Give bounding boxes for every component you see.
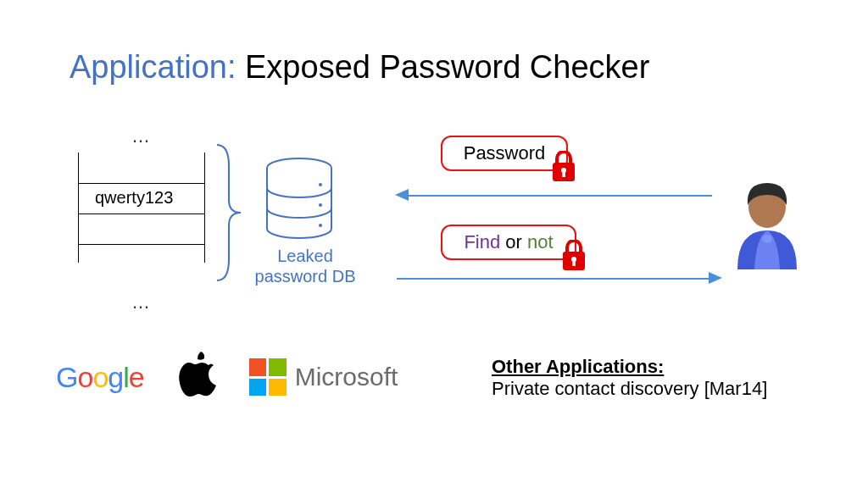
result-find: Find: [464, 231, 500, 252]
result-or: or: [500, 231, 527, 252]
svg-point-11: [762, 235, 772, 243]
other-line1: Private contact discovery [Mar14]: [492, 378, 767, 400]
slide-title: Application: Exposed Password Checker: [70, 49, 649, 86]
result-bubble: Find or not: [441, 225, 576, 260]
lock-icon: [549, 151, 578, 186]
ellipsis-bottom: …: [131, 291, 152, 313]
arrow-to-db: [407, 195, 712, 197]
user-icon: [729, 178, 805, 274]
arrow-to-user: [397, 278, 710, 280]
arrow-head-right-icon: [709, 272, 722, 284]
arrow-head-left-icon: [395, 189, 409, 201]
password-bubble-text: Password: [464, 142, 546, 164]
svg-rect-9: [572, 260, 576, 266]
title-rest: Exposed Password Checker: [236, 49, 649, 85]
apple-logo: [176, 352, 217, 402]
svg-rect-6: [562, 171, 565, 177]
svg-point-3: [319, 224, 322, 227]
result-not: not: [527, 231, 554, 252]
google-logo: Google: [56, 361, 144, 394]
title-prefix: Application:: [70, 49, 236, 85]
database-icon: [263, 158, 336, 246]
microsoft-text: Microsoft: [295, 363, 398, 391]
other-applications: Other Applications: Private contact disc…: [492, 356, 767, 400]
database-label: Leakedpassword DB: [250, 246, 360, 286]
company-logos: Google Microsoft: [56, 352, 398, 402]
password-table: qwerty123: [78, 152, 205, 263]
table-row-password: qwerty123: [95, 188, 173, 208]
ellipsis-top: …: [131, 125, 152, 147]
lock-icon: [559, 240, 588, 275]
microsoft-logo: Microsoft: [249, 358, 398, 396]
microsoft-squares-icon: [249, 358, 287, 396]
svg-point-2: [319, 203, 322, 207]
other-heading: Other Applications:: [492, 356, 767, 378]
svg-point-1: [319, 183, 322, 186]
curly-brace-icon: [210, 141, 244, 288]
